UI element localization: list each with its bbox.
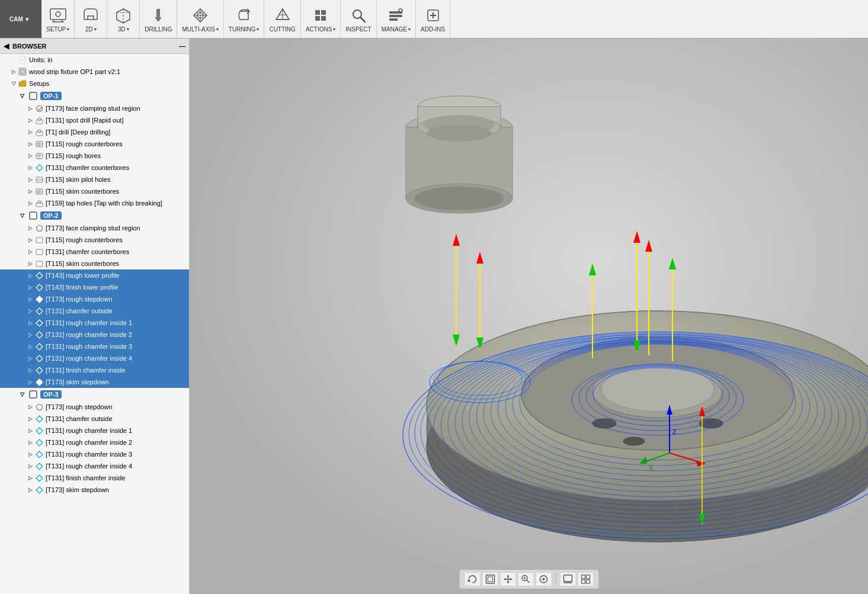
- inspect-button[interactable]: INSPECT: [341, 0, 376, 38]
- add-ins-icon: [424, 6, 443, 25]
- list-item[interactable]: ▷ [T131] rough chamfer inside 4: [0, 460, 189, 472]
- list-item[interactable]: ▷ [T131] chamfer outside: [0, 305, 189, 317]
- setups-icon: [18, 79, 27, 88]
- display-mode-button[interactable]: [559, 572, 576, 586]
- pan-button[interactable]: [499, 572, 516, 586]
- cam-menu-button[interactable]: CAM ▾: [0, 0, 41, 38]
- list-item[interactable]: ▷ [T115] rough bores: [0, 150, 189, 162]
- multi-axis-button[interactable]: MULTI-AXIS▾: [177, 0, 223, 38]
- list-item[interactable]: ▷ [T131] rough chamfer inside 3: [0, 341, 189, 352]
- look-at-button[interactable]: [535, 572, 552, 586]
- list-item[interactable]: ▷ [T115] rough counterbores: [0, 138, 189, 150]
- list-item[interactable]: ▷ [T131] rough chamfer inside 1: [0, 425, 189, 436]
- op2-header[interactable]: ▽ OP-2: [0, 209, 189, 222]
- actions-button[interactable]: ACTIONS▾: [301, 0, 341, 38]
- drilling-button[interactable]: DRILLING: [140, 0, 177, 38]
- list-item[interactable]: ▷ [T115] skim pilot holes: [0, 174, 189, 185]
- svg-point-31: [36, 105, 42, 111]
- cutting-button[interactable]: CUTTING: [264, 0, 300, 38]
- item-icon: [34, 342, 44, 351]
- manage-icon: [386, 6, 405, 25]
- item-icon: [34, 438, 44, 447]
- browser-collapse-arrow[interactable]: ◀: [4, 42, 9, 50]
- orbit-button[interactable]: [464, 572, 481, 586]
- turning-button[interactable]: TURNING▾: [224, 0, 265, 38]
- list-item[interactable]: ▷ [T1] drill [Deep drilling]: [0, 126, 189, 138]
- list-item[interactable]: ▷ [T131] rough chamfer inside 1: [0, 317, 189, 329]
- svg-rect-18: [321, 16, 326, 21]
- svg-rect-151: [581, 580, 585, 583]
- list-item[interactable]: ▷ [T159] tap holes [Tap with chip breaki…: [0, 197, 189, 209]
- item-icon: [34, 187, 44, 196]
- svg-text:S: S: [649, 465, 653, 472]
- item-icon: [34, 235, 44, 245]
- list-item[interactable]: ▷ [T173] face clamping stud region: [0, 222, 189, 234]
- list-item[interactable]: ▷ [T131] chamfer counterbores: [0, 162, 189, 174]
- setup-button[interactable]: SETUP▾: [41, 0, 75, 38]
- list-item[interactable]: ▷ [T131] rough chamfer inside 4: [0, 352, 189, 364]
- setups-row[interactable]: ▽ Setups: [0, 78, 189, 89]
- list-item[interactable]: ▷ [T173] face clamping stud region: [0, 102, 189, 114]
- svg-rect-36: [36, 142, 43, 147]
- zoom-button[interactable]: [517, 572, 534, 586]
- svg-rect-135: [486, 575, 494, 583]
- cutting-label: CUTTING: [269, 26, 295, 33]
- item-icon: [34, 175, 44, 184]
- 2d-button[interactable]: 2D▾: [75, 0, 107, 38]
- list-item[interactable]: ▷ [T173] skim stepdown: [0, 484, 189, 496]
- list-item[interactable]: ▷ [T131] chamfer counterbores: [0, 246, 189, 258]
- list-item[interactable]: ▷ [T131] rough chamfer inside 2: [0, 436, 189, 448]
- list-item[interactable]: ▷ [T131] rough chamfer inside 3: [0, 448, 189, 460]
- list-item[interactable]: ▷ [T143] finish lower profile: [0, 281, 189, 293]
- item-icon: [34, 485, 44, 495]
- part-row[interactable]: ▷ wood strip fixture OP1 part v2:1: [0, 66, 189, 78]
- setups-label: Setups: [29, 80, 49, 87]
- svg-rect-150: [586, 575, 590, 579]
- list-item[interactable]: ▷ [T115] rough counterbores: [0, 234, 189, 246]
- svg-rect-53: [36, 203, 43, 207]
- item-icon: [34, 330, 44, 339]
- list-item[interactable]: ▷ [T115] skim counterbores: [0, 185, 189, 197]
- list-item[interactable]: ▷ [T131] spot drill [Rapid out]: [0, 114, 189, 126]
- add-ins-button[interactable]: ADD-INS: [416, 0, 450, 38]
- list-item[interactable]: ▷ [T131] rough chamfer inside 2: [0, 329, 189, 341]
- grid-button[interactable]: [577, 572, 594, 586]
- toolbar-divider: [555, 573, 556, 585]
- item-icon: [34, 402, 44, 412]
- list-item[interactable]: ▷ [T115] skim counterbores: [0, 258, 189, 269]
- browser-pin[interactable]: —: [179, 43, 185, 50]
- list-item[interactable]: ▷ [T173] skim stepdown: [0, 376, 189, 388]
- item-icon: [34, 151, 44, 160]
- svg-rect-136: [488, 577, 492, 582]
- main-toolbar: CAM ▾ SETUP▾ 2D▾: [0, 0, 868, 38]
- svg-rect-17: [315, 16, 320, 21]
- browser-panel: ◀ BROWSER — 📄 Units: in ▷ wood strip fix…: [0, 38, 190, 594]
- 3d-viewport[interactable]: Z S: [190, 38, 868, 594]
- item-icon: [34, 306, 44, 316]
- viewport-toolbar: [459, 569, 599, 589]
- 3d-button[interactable]: 3D▾: [107, 0, 140, 38]
- inspect-label: INSPECT: [345, 26, 371, 33]
- setup-icon: [49, 6, 68, 25]
- list-item[interactable]: ▷ [T173] rough stepdown: [0, 401, 189, 413]
- op3-header[interactable]: ▽ OP-3: [0, 388, 189, 401]
- actions-label: ACTIONS: [306, 26, 332, 33]
- op3-badge: OP-3: [40, 390, 62, 399]
- manage-button[interactable]: MANAGE▾: [377, 0, 416, 38]
- fit-view-button[interactable]: [482, 572, 498, 586]
- list-item[interactable]: ▷ [T131] chamfer outside: [0, 413, 189, 425]
- svg-marker-140: [510, 578, 512, 580]
- list-item[interactable]: ▷ [T173] rough stepdown: [0, 293, 189, 305]
- browser-header: ◀ BROWSER —: [0, 38, 189, 54]
- svg-rect-45: [36, 177, 43, 182]
- item-icon: [34, 127, 44, 137]
- list-item[interactable]: ▷ [T131] finish chamfer inside: [0, 472, 189, 484]
- op1-header[interactable]: ▽ OP-1: [0, 89, 189, 102]
- item-icon: [34, 426, 44, 435]
- list-item[interactable]: ▷ [T143] rough lower profile: [0, 269, 189, 281]
- item-icon: [34, 115, 44, 125]
- list-item[interactable]: ▷ [T131] finish chamfer inside: [0, 364, 189, 376]
- 3d-icon: [114, 6, 133, 25]
- svg-rect-23: [389, 18, 398, 21]
- item-icon: [34, 247, 44, 256]
